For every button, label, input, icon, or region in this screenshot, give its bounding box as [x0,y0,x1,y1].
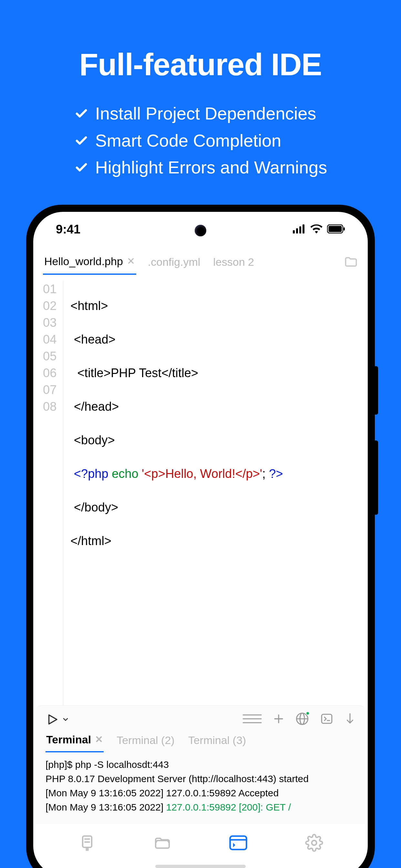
phone-side-button [375,366,378,414]
tab-label: lesson 2 [213,256,254,268]
line-number: 07 [43,381,57,398]
hero-title: Full-featured IDE [0,47,401,82]
feature-item: Highlight Errors and Warnings [74,154,327,181]
code-line: <body> [70,432,283,448]
nav-terminal-button[interactable] [228,834,248,853]
line-number: 03 [43,314,57,331]
terminal-toolbar [45,712,356,732]
tab-lesson-2[interactable]: lesson 2 [212,252,255,274]
line-number: 06 [43,365,57,381]
code-body[interactable]: <html> <head> <title>PHP Test</title> </… [63,281,287,705]
terminal-tabs: Terminal ✕ Terminal (2) Terminal (3) [45,732,356,752]
editor-tabs: Hello_world.php ✕ .config.yml lesson 2 [33,247,368,275]
battery-icon [327,222,345,237]
status-time: 9:41 [56,222,81,237]
wifi-icon [310,222,322,237]
code-line: </body> [70,499,283,516]
close-icon[interactable]: ✕ [127,256,135,266]
terminal-line: PHP 8.0.17 Development Server (http://lo… [45,772,356,786]
screen: 9:41 Hello_world.php ✕ .config.yml [33,212,368,868]
svg-point-26 [312,840,316,845]
tab-config-yml[interactable]: .config.yml [147,252,202,274]
feature-item: Install Project Dependencies [74,100,327,127]
tab-label: .config.yml [148,256,201,268]
terminal-tab[interactable]: Terminal (2) [116,732,175,752]
hero: Full-featured IDE Install Project Depend… [0,0,401,182]
tab-label: Terminal (3) [188,734,246,747]
globe-icon[interactable] [296,712,309,727]
svg-rect-2 [299,226,301,234]
line-number: 08 [43,398,57,415]
line-number: 05 [43,348,57,365]
feature-item: Smart Code Completion [74,127,327,154]
terminal-line: [php]$ php -S localhosdt:443 [45,757,356,772]
terminal-output[interactable]: [php]$ php -S localhosdt:443 PHP 8.0.17 … [45,757,356,814]
code-line: <head> [70,331,283,348]
nav-settings-button[interactable] [305,834,323,853]
check-icon [74,133,89,148]
bottom-nav [33,824,368,868]
feature-list: Install Project Dependencies Smart Code … [0,100,401,182]
phone-frame: 9:41 Hello_world.php ✕ .config.yml [26,205,375,868]
line-number: 04 [43,331,57,348]
phone-side-button [375,440,378,515]
line-number: 02 [43,298,57,314]
check-icon [74,106,89,121]
terminal-tab[interactable]: Terminal ✕ [45,732,104,752]
command-icon[interactable] [320,712,334,727]
code-line: <?php echo '<p>Hello, World!</p>'; ?> [70,465,283,482]
check-icon [74,160,89,175]
gutter: 01 02 03 04 05 06 07 08 [33,281,63,705]
code-line: <title>PHP Test</title> [70,365,283,381]
line-number: 01 [43,281,57,298]
svg-marker-7 [49,715,57,724]
tab-label: Hello_world.php [44,255,123,268]
camera-hole [195,225,206,237]
close-icon[interactable]: ✕ [95,735,103,744]
svg-rect-6 [343,227,345,230]
code-editor[interactable]: 01 02 03 04 05 06 07 08 <html> <head> <t… [33,275,368,705]
svg-rect-24 [230,836,246,849]
svg-rect-0 [293,230,295,234]
tab-label: Terminal [46,733,91,746]
svg-rect-3 [303,224,305,234]
cellular-icon [293,222,306,237]
plus-icon[interactable] [273,713,284,726]
terminal-panel: Terminal ✕ Terminal (2) Terminal (3) [ph… [36,705,365,824]
menu-icon[interactable] [243,713,262,726]
tab-hello-world-php[interactable]: Hello_world.php ✕ [43,252,136,275]
svg-rect-5 [329,226,342,232]
nav-learn-button[interactable] [78,834,96,853]
feature-text: Highlight Errors and Warnings [95,154,327,181]
status-dot-icon [306,711,310,715]
home-indicator [155,865,246,868]
nav-files-button[interactable] [153,834,172,853]
code-line: <html> [70,298,283,314]
folder-button[interactable] [344,255,358,272]
code-line: </html> [70,532,283,549]
code-line: </head> [70,398,283,415]
svg-rect-1 [296,228,298,234]
tab-label: Terminal (2) [117,734,174,747]
terminal-tab[interactable]: Terminal (3) [188,732,247,752]
terminal-line: [Mon May 9 13:16:05 2022] 127.0.0.1:5989… [45,800,356,814]
svg-rect-16 [321,714,332,723]
terminal-line: [Mon May 9 13:16:05 2022] 127.0.0.1:5989… [45,786,356,800]
feature-text: Install Project Dependencies [95,100,316,127]
arrow-down-icon[interactable] [344,712,356,726]
feature-text: Smart Code Completion [95,127,281,154]
run-button[interactable] [45,713,69,726]
